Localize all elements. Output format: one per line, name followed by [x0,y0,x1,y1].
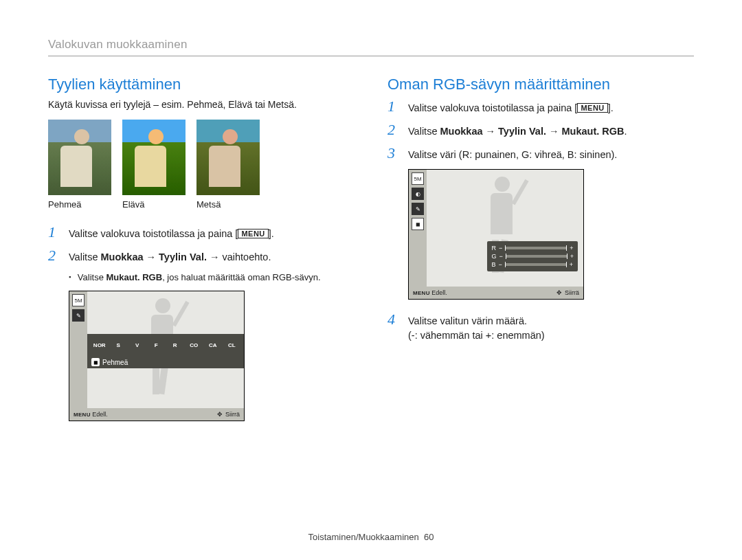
edit-icon: ✎ [72,309,85,322]
thumb-soft [48,120,111,195]
size-badge-icon: 5M [412,172,424,185]
rgb-row-b: B − + [491,260,574,269]
menu-icon: MENU [74,412,91,418]
caption-forest: Metsä [196,199,260,210]
style-chip: CO [185,339,204,350]
bold-text: Muokkaa → Tyylin Val. [100,251,206,262]
breadcrumb: Valokuvan muokkaaminen [48,38,694,52]
bold-text: Muokkaa → Tyylin Val. → Mukaut. RGB [440,126,624,137]
left-bullet: Valitse Mukaut. RGB, jos haluat määrittä… [69,271,355,284]
text: ]. [269,228,274,239]
step-text: Valitse Muokkaa → Tyylin Val. → Mukaut. … [408,124,627,139]
text: Valitse [69,251,100,262]
left-step-1: 1 Valitse valokuva toistotilassa ja pain… [48,225,355,241]
menu-icon: MENU [238,229,268,238]
footer-section: Toistaminen/Muokkaaminen [308,532,419,542]
style-chip: CA [203,339,223,350]
plus-label: + [570,253,574,260]
text: Valitse valokuva toistotilassa ja paina … [408,102,577,113]
text: → vaihtoehto. [207,251,271,262]
style-chip: F [147,339,166,350]
step-text: Valitse väri (R: punainen, G: vihreä, B:… [408,148,617,162]
right-step-4: 4 Valitse valitun värin määrä. (-: vähem… [387,312,694,343]
palette-icon: ◐ [412,188,424,200]
text: Valitse [408,126,440,137]
size-badge-icon: 5M [72,294,85,306]
rgb-row-g: G − + [491,252,574,260]
slider-bar [506,255,567,258]
right-column: Oman RGB-sävyn määrittäminen 1 Valitse v… [387,76,694,421]
style-chip: NOR [90,339,109,350]
left-intro: Käytä kuvissa eri tyylejä – esim. Pehmeä… [48,99,355,110]
slider-bar [505,263,567,266]
text: , jos haluat määrittää oman RGB-sävyn. [162,272,321,282]
lcd-footer: MENU Edell. Siirrä [409,287,583,299]
step-number: 4 [387,312,400,327]
style-strip: NOR S V F R CO CA CL [87,334,244,356]
plus-label: + [570,261,573,268]
rgb-panel: R − + G − + B − [487,241,578,271]
footer-back-label: Edell. [92,411,108,418]
page-footer: Toistaminen/Muokkaaminen 60 [0,532,742,542]
plus-label: + [570,245,573,251]
slider-bar [505,247,567,249]
text: ]. [608,102,614,113]
step-number: 1 [48,225,60,240]
brush-icon: ✎ [412,203,424,215]
style-chip: S [109,339,128,350]
text: (-: vähemmän tai +: enemmän) [408,330,545,341]
right-step-2: 2 Valitse Muokkaa → Tyylin Val. → Mukaut… [387,122,694,139]
selected-style-row: ◼ Pehmeä [87,356,244,368]
caption-vivid: Elävä [122,199,186,210]
channel-label: R [491,245,496,251]
step-text: Valitse valitun värin määrä. (-: vähemmä… [408,314,545,343]
text: Valitse valokuva toistotilassa ja paina … [69,228,238,239]
left-step-2: 2 Valitse Muokkaa → Tyylin Val. → vaihto… [48,248,355,265]
left-steps: 1 Valitse valokuva toistotilassa ja pain… [48,225,355,265]
left-lcd-mock: 5M ✎ NOR S V F R CO CA CL [69,291,245,421]
menu-icon: MENU [577,103,607,113]
step-number: 3 [387,146,400,161]
channel-label: G [491,253,496,260]
rgb-row-r: R − + [491,244,574,252]
text: . [625,126,627,137]
footer-move-label: Siirrä [217,411,240,418]
style-chip: V [128,339,147,350]
left-column: Tyylien käyttäminen Käytä kuvissa eri ty… [48,76,355,421]
text: Valitse [78,272,106,282]
step-text: Valitse valokuva toistotilassa ja paina … [408,101,614,115]
footer-move-label: Siirrä [556,289,579,296]
right-steps: 1 Valitse valokuva toistotilassa ja pain… [387,99,694,162]
right-step-3: 3 Valitse väri (R: punainen, G: vihreä, … [387,146,694,162]
thumb-forest [196,120,260,195]
footer-page-number: 60 [424,532,434,542]
divider [48,56,694,56]
style-thumbnails [48,120,355,195]
bold-text: Mukaut. RGB [106,272,163,282]
style-chip: R [166,339,185,350]
text: Valitse valitun värin määrä. [408,315,527,326]
thumb-vivid [122,120,186,195]
minus-label: − [499,245,502,251]
right-step-1: 1 Valitse valokuva toistotilassa ja pain… [387,99,694,115]
caption-soft: Pehmeä [48,199,111,210]
style-sel-icon: ◼ [412,218,424,230]
step-text: Valitse Muokkaa → Tyylin Val. → vaihtoeh… [69,250,271,265]
step-number: 2 [48,248,60,263]
lcd-sidebar: 5M ◐ ✎ ◼ [409,170,427,287]
minus-label: − [499,253,502,260]
left-title: Tyylien käyttäminen [48,76,355,93]
lcd-footer: MENU Edell. Siirrä [69,408,244,421]
minus-label: − [498,261,502,268]
footer-back-label: Edell. [431,289,447,296]
selected-style-icon: ◼ [91,358,100,366]
right-lcd-mock: 5M ◐ ✎ ◼ R − + [408,169,584,300]
step-number: 1 [387,99,400,114]
selected-style-label: Pehmeä [102,359,128,366]
lcd-sidebar: 5M ✎ [69,291,87,408]
right-title: Oman RGB-sävyn määrittäminen [387,76,694,93]
step-number: 2 [387,122,400,137]
step-text: Valitse valokuva toistotilassa ja paina … [69,227,274,241]
right-steps-cont: 4 Valitse valitun värin määrä. (-: vähem… [387,312,694,343]
channel-label: B [491,261,495,268]
